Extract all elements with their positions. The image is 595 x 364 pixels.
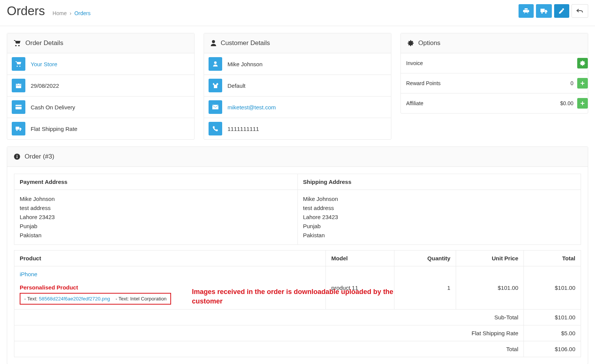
affiliate-value: $0.00 — [560, 100, 573, 106]
calendar-icon — [16, 83, 21, 88]
grand-total-label: Total — [14, 341, 524, 357]
truck-icon-badge — [12, 122, 25, 135]
svg-point-9 — [214, 61, 217, 64]
order-details-heading: Order Details — [25, 39, 63, 47]
subtotal-row: Sub-Total $101.00 — [14, 310, 581, 325]
group-icon-badge — [209, 79, 222, 92]
customer-phone: 1111111111 — [227, 126, 259, 132]
envelope-icon — [212, 105, 218, 109]
payment-address-header: Payment Address — [14, 174, 298, 190]
breadcrumb-orders[interactable]: Orders — [74, 10, 90, 16]
payment-address-name: Mike Johnson — [20, 194, 292, 204]
truck-icon — [15, 126, 22, 131]
svg-rect-1 — [17, 83, 17, 84]
payment-address-country: Pakistan — [20, 231, 292, 240]
shipping-address-name: Mike Johnson — [303, 194, 576, 204]
subtotal-label: Sub-Total — [14, 310, 524, 325]
subtotal-value: $101.00 — [524, 310, 581, 325]
order-panel: Order (#3) Payment Address Shipping Addr… — [7, 146, 588, 364]
tshirt-icon — [212, 83, 218, 88]
cart-icon — [14, 40, 21, 46]
options-heading: Options — [418, 39, 441, 47]
info-icon — [14, 154, 20, 160]
shipping-address-country: Pakistan — [303, 231, 576, 240]
order-date: 29/08/2022 — [31, 82, 59, 89]
user-icon — [211, 40, 216, 46]
add-affiliate-button[interactable] — [577, 98, 588, 109]
customer-group: Default — [227, 82, 246, 89]
shipping-total-label: Flat Shipping Rate — [14, 325, 524, 341]
col-total: Total — [524, 250, 581, 266]
email-icon-badge — [209, 100, 222, 114]
customer-email[interactable]: miketest@test.com — [227, 104, 276, 110]
opt1-label: - Text: — [24, 296, 39, 302]
pencil-icon — [559, 8, 564, 14]
customer-name: Mike Johnson — [227, 61, 263, 67]
product-name-link[interactable]: iPhone — [20, 271, 37, 277]
opt2-value: Intel Corporation — [130, 296, 167, 302]
breadcrumb-sep: › — [70, 10, 72, 16]
reward-label: Reward Points — [406, 80, 441, 86]
gear-icon — [408, 40, 414, 46]
generate-invoice-button[interactable] — [577, 58, 588, 68]
order-panel-heading: Order (#3) — [25, 153, 54, 160]
product-total: $101.00 — [524, 266, 581, 310]
printer-icon — [523, 8, 529, 14]
col-model: Model — [326, 250, 394, 266]
product-unit-price: $101.00 — [456, 266, 523, 310]
grand-total-row: Total $106.00 — [14, 341, 581, 357]
shipping-method: Flat Shipping Rate — [31, 126, 77, 132]
customer-details-panel: Customer Details Mike Johnson Default — [204, 33, 391, 140]
store-link[interactable]: Your Store — [31, 61, 57, 67]
back-button[interactable] — [572, 4, 588, 18]
svg-rect-4 — [18, 85, 19, 86]
shipping-total-value: $5.00 — [524, 325, 581, 341]
credit-card-icon — [16, 105, 22, 109]
payment-address-city: Lahore 23423 — [20, 213, 292, 222]
calendar-icon-badge — [12, 79, 25, 92]
shipping-address-region: Punjab — [303, 222, 576, 231]
svg-rect-6 — [16, 105, 22, 109]
svg-rect-2 — [20, 83, 20, 84]
uploaded-file-link[interactable]: 58568d224f6ae202fedf2720.png — [39, 296, 110, 302]
table-row: Mike Johnson test address Lahore 23423 P… — [14, 190, 581, 245]
svg-rect-5 — [20, 85, 20, 86]
options-panel: Options Invoice Reward Points — [400, 33, 588, 114]
payment-method: Cash On Delivery — [31, 104, 75, 110]
svg-point-8 — [212, 40, 215, 43]
page-title: Orders — [7, 4, 45, 18]
breadcrumb-home[interactable]: Home — [53, 10, 67, 16]
invoice-label: Invoice — [406, 60, 423, 66]
print-shipping-button[interactable] — [536, 4, 552, 18]
reply-icon — [576, 8, 583, 14]
customer-details-heading: Customer Details — [221, 39, 270, 47]
col-product: Product — [14, 250, 326, 266]
affiliate-label: Affiliate — [406, 100, 424, 106]
edit-button[interactable] — [554, 4, 569, 18]
plus-icon — [580, 81, 585, 86]
shipping-address-street: test address — [303, 204, 576, 213]
opt2-label: - Text: — [115, 296, 130, 302]
shipping-address-city: Lahore 23423 — [303, 213, 576, 222]
address-table: Payment Address Shipping Address Mike Jo… — [14, 174, 581, 245]
svg-rect-3 — [17, 85, 17, 86]
annotation-text: Images received in the order is download… — [192, 287, 404, 306]
shipping-address-header: Shipping Address — [298, 174, 581, 190]
svg-rect-11 — [17, 156, 17, 158]
truck-icon — [540, 8, 547, 14]
breadcrumb: Home › Orders — [53, 10, 90, 16]
user-icon-badge — [209, 57, 222, 71]
gear-icon — [580, 61, 585, 66]
cart-icon-badge — [12, 57, 25, 71]
order-details-panel: Order Details Your Store 29/08/2022 — [7, 33, 195, 140]
payment-address-region: Punjab — [20, 222, 292, 231]
grand-total-value: $106.00 — [524, 341, 581, 357]
shipping-total-row: Flat Shipping Rate $5.00 — [14, 325, 581, 341]
col-quantity: Quantity — [394, 250, 456, 266]
svg-rect-7 — [16, 106, 22, 107]
print-invoice-button[interactable] — [519, 4, 534, 18]
phone-icon — [213, 126, 218, 131]
col-unit-price: Unit Price — [456, 250, 523, 266]
add-reward-button[interactable] — [577, 78, 588, 89]
reward-value: 0 — [570, 80, 573, 86]
